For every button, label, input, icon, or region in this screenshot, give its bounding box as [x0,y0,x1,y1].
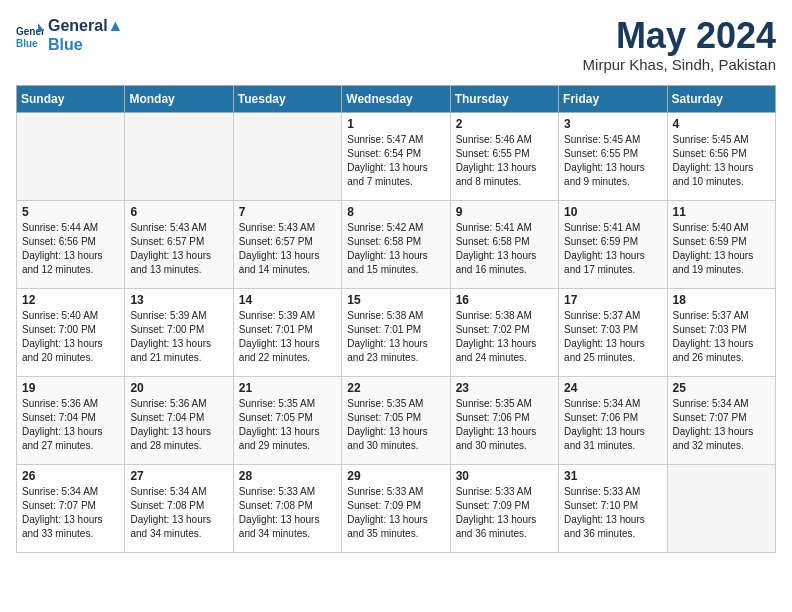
svg-text:Blue: Blue [16,38,38,49]
day-number: 8 [347,205,444,219]
calendar-cell: 1Sunrise: 5:47 AM Sunset: 6:54 PM Daylig… [342,112,450,200]
day-info: Sunrise: 5:45 AM Sunset: 6:56 PM Dayligh… [673,133,770,189]
calendar-cell: 23Sunrise: 5:35 AM Sunset: 7:06 PM Dayli… [450,376,558,464]
calendar-cell: 18Sunrise: 5:37 AM Sunset: 7:03 PM Dayli… [667,288,775,376]
day-info: Sunrise: 5:33 AM Sunset: 7:08 PM Dayligh… [239,485,336,541]
calendar-cell: 27Sunrise: 5:34 AM Sunset: 7:08 PM Dayli… [125,464,233,552]
calendar-cell: 16Sunrise: 5:38 AM Sunset: 7:02 PM Dayli… [450,288,558,376]
day-info: Sunrise: 5:33 AM Sunset: 7:10 PM Dayligh… [564,485,661,541]
day-number: 3 [564,117,661,131]
day-number: 13 [130,293,227,307]
day-number: 29 [347,469,444,483]
day-info: Sunrise: 5:46 AM Sunset: 6:55 PM Dayligh… [456,133,553,189]
calendar-cell: 5Sunrise: 5:44 AM Sunset: 6:56 PM Daylig… [17,200,125,288]
day-number: 17 [564,293,661,307]
logo-icon: General Blue [16,21,44,49]
logo: General Blue General▲ Blue [16,16,123,54]
day-info: Sunrise: 5:43 AM Sunset: 6:57 PM Dayligh… [239,221,336,277]
day-number: 23 [456,381,553,395]
day-number: 9 [456,205,553,219]
day-info: Sunrise: 5:41 AM Sunset: 6:59 PM Dayligh… [564,221,661,277]
calendar-cell: 9Sunrise: 5:41 AM Sunset: 6:58 PM Daylig… [450,200,558,288]
calendar-week-5: 26Sunrise: 5:34 AM Sunset: 7:07 PM Dayli… [17,464,776,552]
calendar-body: 1Sunrise: 5:47 AM Sunset: 6:54 PM Daylig… [17,112,776,552]
calendar-cell: 3Sunrise: 5:45 AM Sunset: 6:55 PM Daylig… [559,112,667,200]
day-info: Sunrise: 5:39 AM Sunset: 7:00 PM Dayligh… [130,309,227,365]
day-number: 31 [564,469,661,483]
calendar-week-4: 19Sunrise: 5:36 AM Sunset: 7:04 PM Dayli… [17,376,776,464]
calendar-cell [125,112,233,200]
calendar-cell: 26Sunrise: 5:34 AM Sunset: 7:07 PM Dayli… [17,464,125,552]
weekday-header-saturday: Saturday [667,85,775,112]
day-info: Sunrise: 5:42 AM Sunset: 6:58 PM Dayligh… [347,221,444,277]
day-info: Sunrise: 5:44 AM Sunset: 6:56 PM Dayligh… [22,221,119,277]
calendar-cell [233,112,341,200]
calendar-week-3: 12Sunrise: 5:40 AM Sunset: 7:00 PM Dayli… [17,288,776,376]
calendar-cell: 19Sunrise: 5:36 AM Sunset: 7:04 PM Dayli… [17,376,125,464]
calendar-cell: 6Sunrise: 5:43 AM Sunset: 6:57 PM Daylig… [125,200,233,288]
weekday-header-sunday: Sunday [17,85,125,112]
day-info: Sunrise: 5:47 AM Sunset: 6:54 PM Dayligh… [347,133,444,189]
calendar-week-2: 5Sunrise: 5:44 AM Sunset: 6:56 PM Daylig… [17,200,776,288]
day-info: Sunrise: 5:35 AM Sunset: 7:06 PM Dayligh… [456,397,553,453]
day-info: Sunrise: 5:38 AM Sunset: 7:01 PM Dayligh… [347,309,444,365]
calendar-cell: 20Sunrise: 5:36 AM Sunset: 7:04 PM Dayli… [125,376,233,464]
day-number: 27 [130,469,227,483]
day-info: Sunrise: 5:37 AM Sunset: 7:03 PM Dayligh… [673,309,770,365]
day-number: 30 [456,469,553,483]
day-info: Sunrise: 5:34 AM Sunset: 7:07 PM Dayligh… [22,485,119,541]
weekday-header-friday: Friday [559,85,667,112]
calendar-cell: 29Sunrise: 5:33 AM Sunset: 7:09 PM Dayli… [342,464,450,552]
calendar-cell: 7Sunrise: 5:43 AM Sunset: 6:57 PM Daylig… [233,200,341,288]
day-number: 12 [22,293,119,307]
day-number: 24 [564,381,661,395]
day-number: 10 [564,205,661,219]
day-info: Sunrise: 5:36 AM Sunset: 7:04 PM Dayligh… [130,397,227,453]
calendar-header-row: SundayMondayTuesdayWednesdayThursdayFrid… [17,85,776,112]
title-block: May 2024 Mirpur Khas, Sindh, Pakistan [583,16,776,73]
day-number: 6 [130,205,227,219]
day-info: Sunrise: 5:40 AM Sunset: 7:00 PM Dayligh… [22,309,119,365]
day-info: Sunrise: 5:33 AM Sunset: 7:09 PM Dayligh… [347,485,444,541]
day-number: 21 [239,381,336,395]
day-number: 28 [239,469,336,483]
month-title: May 2024 [583,16,776,56]
day-info: Sunrise: 5:39 AM Sunset: 7:01 PM Dayligh… [239,309,336,365]
day-number: 7 [239,205,336,219]
day-number: 26 [22,469,119,483]
calendar-cell: 31Sunrise: 5:33 AM Sunset: 7:10 PM Dayli… [559,464,667,552]
day-info: Sunrise: 5:41 AM Sunset: 6:58 PM Dayligh… [456,221,553,277]
calendar-cell: 30Sunrise: 5:33 AM Sunset: 7:09 PM Dayli… [450,464,558,552]
calendar-week-1: 1Sunrise: 5:47 AM Sunset: 6:54 PM Daylig… [17,112,776,200]
day-number: 14 [239,293,336,307]
calendar-cell: 2Sunrise: 5:46 AM Sunset: 6:55 PM Daylig… [450,112,558,200]
calendar-cell: 25Sunrise: 5:34 AM Sunset: 7:07 PM Dayli… [667,376,775,464]
day-number: 1 [347,117,444,131]
page-header: General Blue General▲ Blue May 2024 Mirp… [16,16,776,73]
weekday-header-wednesday: Wednesday [342,85,450,112]
day-info: Sunrise: 5:34 AM Sunset: 7:07 PM Dayligh… [673,397,770,453]
day-number: 25 [673,381,770,395]
day-info: Sunrise: 5:34 AM Sunset: 7:06 PM Dayligh… [564,397,661,453]
calendar-cell [667,464,775,552]
calendar-cell: 15Sunrise: 5:38 AM Sunset: 7:01 PM Dayli… [342,288,450,376]
day-info: Sunrise: 5:34 AM Sunset: 7:08 PM Dayligh… [130,485,227,541]
day-number: 11 [673,205,770,219]
calendar-cell: 12Sunrise: 5:40 AM Sunset: 7:00 PM Dayli… [17,288,125,376]
day-info: Sunrise: 5:37 AM Sunset: 7:03 PM Dayligh… [564,309,661,365]
day-info: Sunrise: 5:33 AM Sunset: 7:09 PM Dayligh… [456,485,553,541]
calendar-cell: 14Sunrise: 5:39 AM Sunset: 7:01 PM Dayli… [233,288,341,376]
day-info: Sunrise: 5:40 AM Sunset: 6:59 PM Dayligh… [673,221,770,277]
day-number: 20 [130,381,227,395]
weekday-header-monday: Monday [125,85,233,112]
calendar-cell: 17Sunrise: 5:37 AM Sunset: 7:03 PM Dayli… [559,288,667,376]
day-number: 4 [673,117,770,131]
day-number: 5 [22,205,119,219]
day-info: Sunrise: 5:38 AM Sunset: 7:02 PM Dayligh… [456,309,553,365]
day-number: 15 [347,293,444,307]
calendar-cell: 21Sunrise: 5:35 AM Sunset: 7:05 PM Dayli… [233,376,341,464]
calendar-cell: 22Sunrise: 5:35 AM Sunset: 7:05 PM Dayli… [342,376,450,464]
day-number: 18 [673,293,770,307]
day-number: 19 [22,381,119,395]
day-info: Sunrise: 5:35 AM Sunset: 7:05 PM Dayligh… [239,397,336,453]
